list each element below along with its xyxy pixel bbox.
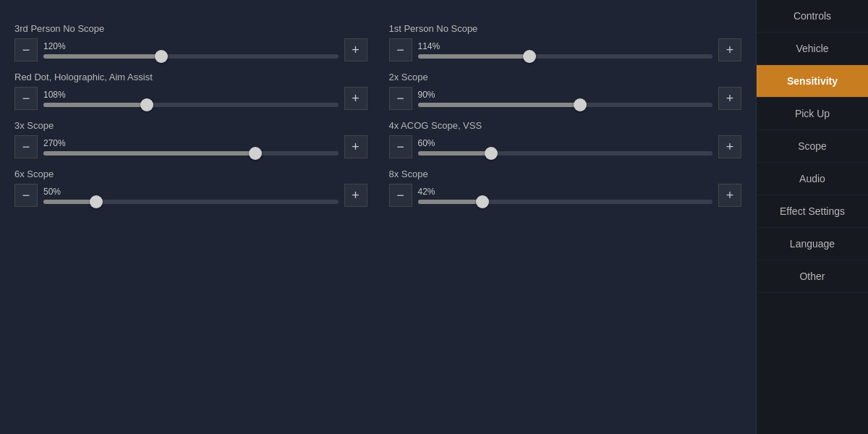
slider-container-1st-person-no-scope: 114% bbox=[418, 38, 713, 61]
slider-minus-3rd-person-no-scope[interactable]: − bbox=[14, 38, 38, 61]
slider-plus-4x-acog[interactable]: + bbox=[718, 135, 741, 158]
slider-plus-3x-scope[interactable]: + bbox=[344, 135, 367, 158]
slider-plus-2x-scope[interactable]: + bbox=[718, 87, 741, 110]
slider-fill-3x-scope bbox=[43, 151, 255, 156]
sidebar-item-sensitivity[interactable]: Sensitivity bbox=[757, 65, 868, 98]
slider-fill-8x-scope bbox=[418, 200, 483, 204]
slider-minus-4x-acog[interactable]: − bbox=[389, 135, 412, 158]
slider-track-3rd-person-no-scope[interactable] bbox=[43, 54, 339, 59]
slider-fill-6x-scope bbox=[43, 200, 96, 204]
slider-minus-8x-scope[interactable]: − bbox=[389, 184, 412, 207]
sidebar-item-pickup[interactable]: Pick Up bbox=[757, 98, 868, 130]
main-content: 3rd Person No Scope−120%+1st Person No S… bbox=[0, 0, 756, 434]
slider-group-3rd-person-no-scope: 3rd Person No Scope−120%+ bbox=[14, 23, 367, 61]
sidebar: ControlsVehicleSensitivityPick UpScopeAu… bbox=[756, 0, 868, 434]
slider-thumb-2x-scope[interactable] bbox=[574, 98, 587, 111]
slider-plus-red-dot[interactable]: + bbox=[344, 87, 367, 110]
slider-value-red-dot: 108% bbox=[43, 90, 339, 100]
slider-value-3x-scope: 270% bbox=[43, 138, 339, 148]
slider-plus-1st-person-no-scope[interactable]: + bbox=[718, 38, 741, 61]
slider-fill-3rd-person-no-scope bbox=[43, 54, 161, 59]
slider-track-6x-scope[interactable] bbox=[43, 200, 339, 204]
slider-thumb-4x-acog[interactable] bbox=[485, 147, 498, 160]
slider-plus-8x-scope[interactable]: + bbox=[718, 184, 741, 207]
slider-row-2x-scope: −90%+ bbox=[389, 87, 742, 110]
slider-minus-6x-scope[interactable]: − bbox=[14, 184, 38, 207]
slider-container-2x-scope: 90% bbox=[418, 87, 713, 110]
slider-value-4x-acog: 60% bbox=[418, 138, 713, 148]
slider-fill-4x-acog bbox=[418, 151, 492, 156]
slider-container-red-dot: 108% bbox=[43, 87, 339, 110]
slider-track-3x-scope[interactable] bbox=[43, 151, 339, 156]
slider-row-4x-acog: −60%+ bbox=[389, 135, 742, 158]
slider-thumb-red-dot[interactable] bbox=[140, 98, 153, 111]
slider-value-3rd-person-no-scope: 120% bbox=[43, 41, 339, 51]
sidebar-item-audio[interactable]: Audio bbox=[757, 163, 868, 195]
slider-track-2x-scope[interactable] bbox=[418, 103, 713, 107]
slider-container-8x-scope: 42% bbox=[418, 184, 713, 207]
slider-row-3rd-person-no-scope: −120%+ bbox=[14, 38, 367, 61]
slider-row-1st-person-no-scope: −114%+ bbox=[389, 38, 742, 61]
slider-row-8x-scope: −42%+ bbox=[389, 184, 742, 207]
slider-group-6x-scope: 6x Scope−50%+ bbox=[14, 169, 367, 207]
slider-label-2x-scope: 2x Scope bbox=[389, 72, 742, 82]
slider-thumb-1st-person-no-scope[interactable] bbox=[523, 50, 536, 63]
slider-value-2x-scope: 90% bbox=[418, 90, 713, 100]
slider-track-8x-scope[interactable] bbox=[418, 200, 713, 204]
slider-label-red-dot: Red Dot, Holographic, Aim Assist bbox=[14, 72, 367, 82]
slider-plus-3rd-person-no-scope[interactable]: + bbox=[344, 38, 367, 61]
slider-minus-3x-scope[interactable]: − bbox=[14, 135, 38, 158]
slider-track-4x-acog[interactable] bbox=[418, 151, 713, 156]
slider-label-8x-scope: 8x Scope bbox=[389, 169, 742, 179]
slider-row-6x-scope: −50%+ bbox=[14, 184, 367, 207]
slider-row-red-dot: −108%+ bbox=[14, 87, 367, 110]
slider-minus-2x-scope[interactable]: − bbox=[389, 87, 412, 110]
slider-group-8x-scope: 8x Scope−42%+ bbox=[389, 169, 742, 207]
sidebar-item-controls[interactable]: Controls bbox=[757, 0, 868, 33]
slider-value-8x-scope: 42% bbox=[418, 187, 713, 197]
slider-row-3x-scope: −270%+ bbox=[14, 135, 367, 158]
slider-fill-1st-person-no-scope bbox=[418, 54, 530, 59]
sidebar-item-scope[interactable]: Scope bbox=[757, 130, 868, 163]
slider-value-6x-scope: 50% bbox=[43, 187, 339, 197]
slider-thumb-3x-scope[interactable] bbox=[249, 147, 262, 160]
sidebar-item-effect-settings[interactable]: Effect Settings bbox=[757, 195, 868, 228]
slider-container-3x-scope: 270% bbox=[43, 135, 339, 158]
slider-label-3x-scope: 3x Scope bbox=[14, 120, 367, 131]
slider-container-3rd-person-no-scope: 120% bbox=[43, 38, 339, 61]
slider-group-3x-scope: 3x Scope−270%+ bbox=[14, 120, 367, 158]
sidebar-item-vehicle[interactable]: Vehicle bbox=[757, 33, 868, 65]
slider-track-1st-person-no-scope[interactable] bbox=[418, 54, 713, 59]
sliders-grid: 3rd Person No Scope−120%+1st Person No S… bbox=[14, 23, 741, 217]
slider-thumb-8x-scope[interactable] bbox=[476, 195, 489, 208]
slider-track-red-dot[interactable] bbox=[43, 103, 339, 107]
slider-minus-red-dot[interactable]: − bbox=[14, 87, 38, 110]
slider-container-6x-scope: 50% bbox=[43, 184, 339, 207]
slider-label-4x-acog: 4x ACOG Scope, VSS bbox=[389, 120, 742, 131]
slider-thumb-3rd-person-no-scope[interactable] bbox=[155, 50, 168, 63]
slider-fill-red-dot bbox=[43, 103, 147, 107]
slider-group-1st-person-no-scope: 1st Person No Scope−114%+ bbox=[389, 23, 742, 61]
sidebar-item-language[interactable]: Language bbox=[757, 228, 868, 260]
slider-label-3rd-person-no-scope: 3rd Person No Scope bbox=[14, 23, 367, 34]
slider-label-1st-person-no-scope: 1st Person No Scope bbox=[389, 23, 742, 34]
slider-group-2x-scope: 2x Scope−90%+ bbox=[389, 72, 742, 110]
slider-group-4x-acog: 4x ACOG Scope, VSS−60%+ bbox=[389, 120, 742, 158]
slider-plus-6x-scope[interactable]: + bbox=[344, 184, 367, 207]
slider-group-red-dot: Red Dot, Holographic, Aim Assist−108%+ bbox=[14, 72, 367, 110]
slider-thumb-6x-scope[interactable] bbox=[90, 195, 103, 208]
sidebar-item-other[interactable]: Other bbox=[757, 260, 868, 293]
slider-container-4x-acog: 60% bbox=[418, 135, 713, 158]
slider-fill-2x-scope bbox=[418, 103, 580, 107]
slider-value-1st-person-no-scope: 114% bbox=[418, 41, 713, 51]
slider-label-6x-scope: 6x Scope bbox=[14, 169, 367, 179]
slider-minus-1st-person-no-scope[interactable]: − bbox=[389, 38, 412, 61]
